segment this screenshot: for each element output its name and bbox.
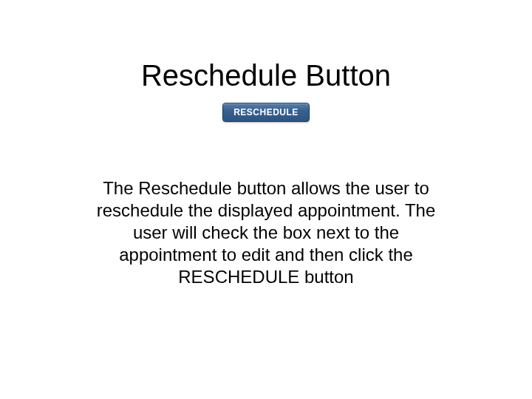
page-title: Reschedule Button	[141, 59, 391, 92]
reschedule-button[interactable]: RESCHEDULE	[222, 103, 310, 122]
description-text: The Reschedule button allows the user to…	[85, 177, 447, 288]
